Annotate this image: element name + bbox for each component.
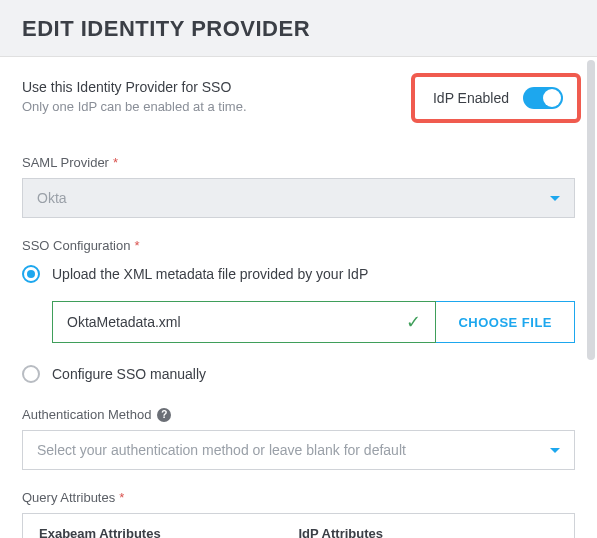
sso-config-group: SSO Configuration* Upload the XML metada… <box>22 238 575 387</box>
help-icon[interactable]: ? <box>157 408 171 422</box>
radio-manual-label: Configure SSO manually <box>52 366 206 382</box>
radio-icon <box>22 365 40 383</box>
chevron-down-icon <box>550 448 560 453</box>
scrollbar-thumb[interactable] <box>587 60 595 360</box>
radio-configure-manually[interactable]: Configure SSO manually <box>22 361 575 387</box>
radio-icon <box>22 265 40 283</box>
file-name-display: OktaMetadata.xml ✓ <box>52 301 436 343</box>
auth-method-placeholder: Select your authentication method or lea… <box>37 442 406 458</box>
file-name-text: OktaMetadata.xml <box>67 314 181 330</box>
auth-method-label: Authentication Method ? <box>22 407 575 422</box>
chevron-down-icon <box>550 196 560 201</box>
attributes-table-header: Exabeam Attributes IdP Attributes <box>23 514 574 538</box>
auth-method-select[interactable]: Select your authentication method or lea… <box>22 430 575 470</box>
idp-enabled-toggle[interactable] <box>523 87 563 109</box>
check-icon: ✓ <box>406 311 421 333</box>
saml-provider-select[interactable]: Okta <box>22 178 575 218</box>
radio-upload-metadata[interactable]: Upload the XML metadata file provided by… <box>22 261 575 287</box>
content-area: Use this Identity Provider for SSO Only … <box>0 57 597 538</box>
header-bar: EDIT IDENTITY PROVIDER <box>0 0 597 57</box>
file-upload-row: OktaMetadata.xml ✓ CHOOSE FILE <box>52 301 575 343</box>
radio-upload-label: Upload the XML metadata file provided by… <box>52 266 368 282</box>
saml-provider-group: SAML Provider* Okta <box>22 155 575 218</box>
sso-line1: Use this Identity Provider for SSO <box>22 79 247 95</box>
col-idp-attributes: IdP Attributes <box>299 526 559 538</box>
col-exabeam-attributes: Exabeam Attributes <box>39 526 299 538</box>
query-attributes-label: Query Attributes* <box>22 490 575 505</box>
sso-line2: Only one IdP can be enabled at a time. <box>22 99 247 114</box>
attributes-table: Exabeam Attributes IdP Attributes <box>22 513 575 538</box>
idp-enabled-callout: IdP Enabled <box>411 73 581 123</box>
choose-file-button[interactable]: CHOOSE FILE <box>436 301 575 343</box>
idp-enabled-label: IdP Enabled <box>433 90 509 106</box>
sso-description: Use this Identity Provider for SSO Only … <box>22 79 247 114</box>
page-title: EDIT IDENTITY PROVIDER <box>22 16 575 42</box>
query-attributes-group: Query Attributes* Exabeam Attributes IdP… <box>22 490 575 538</box>
saml-provider-label: SAML Provider* <box>22 155 575 170</box>
sso-enable-row: Use this Identity Provider for SSO Only … <box>22 79 575 129</box>
auth-method-group: Authentication Method ? Select your auth… <box>22 407 575 470</box>
saml-provider-value: Okta <box>37 190 67 206</box>
toggle-knob <box>543 89 561 107</box>
sso-config-label: SSO Configuration* <box>22 238 575 253</box>
